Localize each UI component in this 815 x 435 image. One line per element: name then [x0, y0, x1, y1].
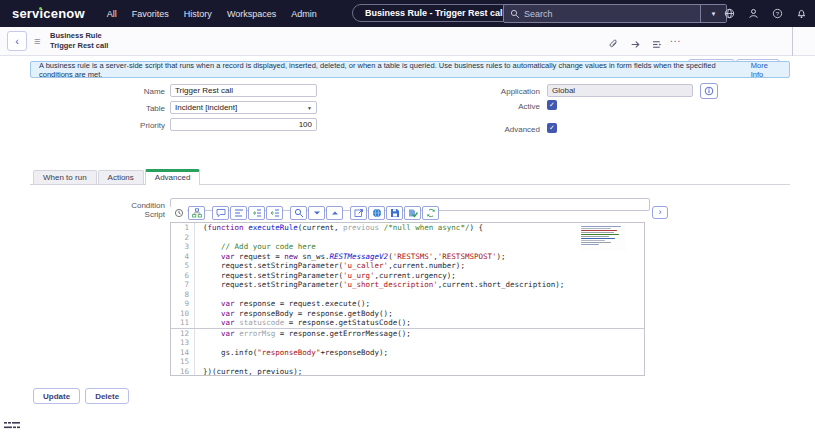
code-line-6: 6 request.setStringParameter('u_urg',cur…: [171, 271, 644, 281]
code-line-11: 11 var statuscode = response.getStatusCo…: [171, 318, 644, 329]
servicenow-logo[interactable]: servicenow: [12, 6, 85, 21]
application-field: Global: [547, 84, 693, 97]
code-line-2: 2: [171, 233, 644, 243]
check-syntax-icon[interactable]: [404, 206, 421, 220]
code-line-13: 13: [171, 338, 644, 348]
nav-item-history[interactable]: History: [184, 9, 212, 19]
code-line-16: 16})(current, previous);: [171, 367, 644, 377]
record-title: Business Rule Trigger Rest call: [50, 31, 108, 51]
search-input[interactable]: [524, 9, 700, 19]
priority-input[interactable]: [170, 118, 317, 131]
format-code-icon[interactable]: [230, 206, 247, 220]
priority-label: Priority: [60, 121, 165, 130]
search-icon: [510, 9, 520, 19]
application-label: Application: [440, 87, 540, 96]
code-line-7: 7 request.setStringParameter('u_short_de…: [171, 280, 644, 290]
tree-view-icon[interactable]: [188, 206, 205, 220]
code-line-1: 1(function executeRule(current, previous…: [171, 223, 644, 233]
active-checkbox[interactable]: ✓: [547, 100, 557, 110]
code-line-14: 14 gs.info("responseBody"+responseBody);: [171, 348, 644, 358]
find-previous-icon[interactable]: [326, 206, 343, 220]
globe-icon[interactable]: [724, 8, 735, 19]
footer-buttons: Update Delete: [33, 388, 129, 404]
more-options-icon[interactable]: ...: [670, 33, 681, 44]
notifications-bell-icon[interactable]: [796, 8, 807, 19]
name-input[interactable]: [170, 84, 317, 97]
comment-code-icon[interactable]: [212, 206, 229, 220]
topnav-icons: ?: [724, 0, 807, 27]
top-nav: servicenow AllFavoritesHistoryWorkspaces…: [0, 0, 815, 27]
tab-strip: When to runActionsAdvanced: [30, 170, 790, 185]
attachment-paperclip-icon[interactable]: [608, 36, 619, 54]
tab-advanced[interactable]: Advanced: [145, 169, 201, 185]
chevron-left-icon: ‹: [15, 35, 19, 47]
info-banner: A business rule is a server-side script …: [30, 61, 790, 78]
form-context-menu-icon[interactable]: ≡: [34, 35, 40, 47]
activity-stream-icon[interactable]: [652, 36, 663, 54]
active-label: Active: [440, 102, 540, 111]
record-name: Trigger Rest call: [50, 41, 108, 51]
history-clock-icon[interactable]: [170, 206, 187, 220]
delete-button-bottom[interactable]: Delete: [85, 388, 129, 404]
refresh-icon[interactable]: [422, 206, 439, 220]
user-icon[interactable]: [748, 8, 759, 19]
code-line-15: 15: [171, 357, 644, 367]
table-select-value: Incident [incident]: [175, 103, 237, 112]
name-label: Name: [60, 87, 165, 96]
update-button-bottom[interactable]: Update: [33, 388, 80, 404]
record-type: Business Rule: [50, 31, 108, 41]
toolbar-expand-button[interactable]: ›: [652, 206, 668, 219]
table-label: Table: [60, 104, 165, 113]
code-line-3: 3 // Add your code here: [171, 242, 644, 252]
nav-item-all[interactable]: All: [107, 9, 117, 19]
script-toolbar: [170, 205, 440, 220]
application-value: Global: [552, 86, 575, 95]
script-editor[interactable]: 1(function executeRule(current, previous…: [170, 222, 645, 376]
page: servicenow AllFavoritesHistoryWorkspaces…: [0, 0, 815, 435]
fullscreen-icon[interactable]: [350, 206, 367, 220]
nav-item-favorites[interactable]: Favorites: [132, 9, 169, 19]
save-icon[interactable]: [386, 206, 403, 220]
application-info-button[interactable]: [700, 83, 718, 99]
indent-icon[interactable]: [248, 206, 265, 220]
info-banner-text: A business rule is a server-side script …: [39, 61, 748, 79]
outdent-icon[interactable]: [266, 206, 283, 220]
back-button[interactable]: ‹: [7, 31, 27, 51]
condition-label: Condition: [60, 201, 165, 210]
help-globe-icon[interactable]: [368, 206, 385, 220]
share-arrow-icon[interactable]: [630, 36, 641, 54]
context-pill-label: Business Rule - Trigger Rest call: [365, 8, 505, 18]
nav-item-admin[interactable]: Admin: [291, 9, 317, 19]
chevron-down-icon: ▼: [711, 11, 717, 17]
find-next-icon[interactable]: [308, 206, 325, 220]
panel-divider: [792, 27, 793, 56]
response-time-toggle-icon[interactable]: [4, 418, 20, 435]
record-header: ‹ ≡ Business Rule Trigger Rest call ... …: [0, 27, 815, 56]
advanced-checkbox[interactable]: ✓: [547, 123, 557, 133]
tab-actions[interactable]: Actions: [98, 170, 144, 184]
code-lines: 1(function executeRule(current, previous…: [171, 223, 644, 376]
code-line-9: 9 var response = request.execute();: [171, 299, 644, 309]
tab-when-to-run[interactable]: When to run: [33, 170, 97, 184]
code-line-10: 10 var responseBody = response.getBody()…: [171, 309, 644, 319]
table-select[interactable]: Incident [incident] ▼: [170, 101, 317, 114]
script-label: Script: [60, 210, 165, 219]
search-code-icon[interactable]: [290, 206, 307, 220]
check-icon: ✓: [549, 124, 555, 132]
global-search[interactable]: ▼: [503, 4, 727, 23]
nav-item-workspaces[interactable]: Workspaces: [227, 9, 276, 19]
check-icon: ✓: [549, 101, 555, 109]
code-line-4: 4 var request = new sn_ws.RESTMessageV2(…: [171, 252, 644, 262]
advanced-label: Advanced: [440, 125, 540, 134]
search-scope-dropdown[interactable]: ▼: [700, 5, 726, 22]
minimap: [579, 225, 626, 251]
code-line-8: 8: [171, 290, 644, 300]
code-line-5: 5 request.setStringParameter('u_caller',…: [171, 261, 644, 271]
svg-text:?: ?: [776, 11, 780, 17]
chevron-down-icon: ▼: [307, 105, 312, 111]
code-line-12: 12 var errorMsg = response.getErrorMessa…: [171, 329, 644, 339]
chevron-right-icon: ›: [659, 208, 662, 217]
help-icon[interactable]: ?: [772, 8, 783, 19]
more-info-link[interactable]: More Info: [751, 61, 781, 79]
topnav-menu: AllFavoritesHistoryWorkspacesAdmin: [107, 9, 317, 19]
